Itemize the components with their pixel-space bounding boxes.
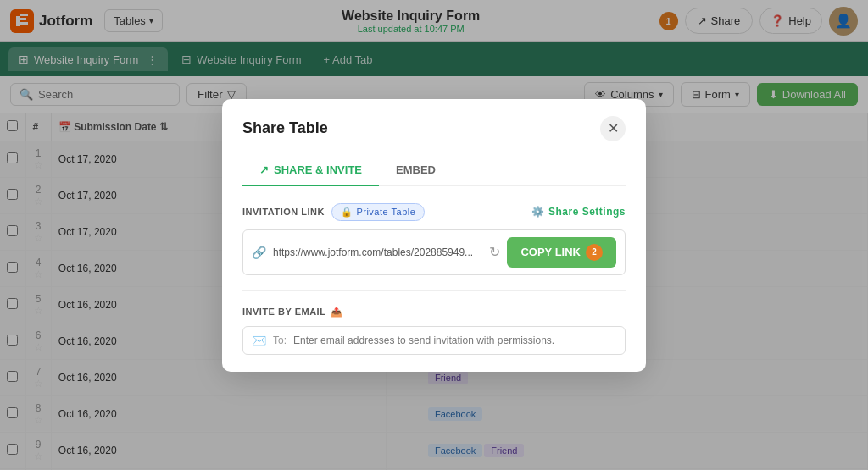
tab-embed[interactable]: EMBED — [379, 155, 453, 186]
modal-title: Share Table — [242, 119, 328, 137]
link-chain-icon: 🔗 — [252, 246, 266, 259]
modal-header: Share Table ✕ — [222, 99, 646, 141]
modal-body: INVITATION LINK 🔒 Private Table ⚙️ Share… — [222, 186, 646, 372]
copy-link-button[interactable]: COPY LINK 2 — [507, 237, 616, 268]
copy-badge: 2 — [586, 244, 603, 261]
invitation-link-label: INVITATION LINK 🔒 Private Table ⚙️ Share… — [242, 203, 626, 221]
share-settings-link[interactable]: ⚙️ Share Settings — [531, 206, 626, 218]
link-url-text: https://www.jotform.com/tables/202885949… — [273, 246, 482, 258]
invite-email-section: INVITE BY EMAIL 📤 ✉️ To: — [242, 307, 626, 355]
share-modal: Share Table ✕ ↗ SHARE & INVITE EMBED INV… — [222, 99, 646, 372]
share-tab-icon: ↗ — [259, 163, 269, 176]
modal-close-button[interactable]: ✕ — [600, 116, 626, 141]
refresh-link-button[interactable]: ↻ — [489, 244, 500, 260]
email-envelope-icon: ✉️ — [252, 334, 266, 347]
email-to-label: To: — [273, 335, 287, 346]
private-table-badge: 🔒 Private Table — [331, 203, 425, 221]
tab-share-invite[interactable]: ↗ SHARE & INVITE — [242, 155, 379, 186]
upload-icon: 📤 — [331, 307, 343, 318]
invite-link-section: INVITATION LINK 🔒 Private Table ⚙️ Share… — [242, 203, 626, 275]
lock-icon: 🔒 — [341, 207, 353, 218]
modal-tabs: ↗ SHARE & INVITE EMBED — [242, 155, 626, 186]
invite-email-label: INVITE BY EMAIL 📤 — [242, 307, 626, 318]
email-input[interactable] — [293, 335, 616, 346]
link-row: 🔗 https://www.jotform.com/tables/2028859… — [242, 229, 626, 275]
settings-gear-icon: ⚙️ — [531, 206, 545, 218]
modal-overlay[interactable]: Share Table ✕ ↗ SHARE & INVITE EMBED INV… — [0, 0, 868, 470]
email-row: ✉️ To: — [242, 326, 626, 355]
modal-divider — [242, 290, 626, 291]
